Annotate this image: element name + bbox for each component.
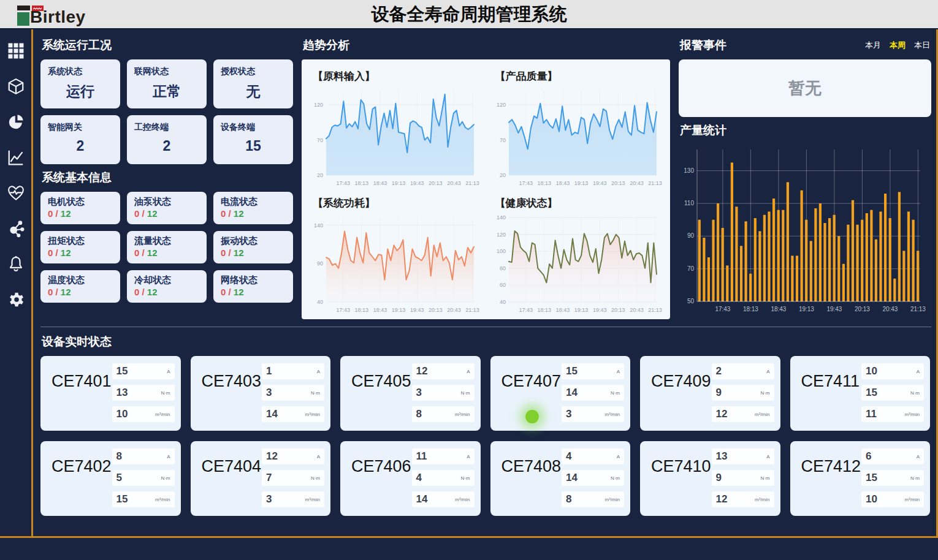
device-metric-value: 7 [266,472,272,484]
devices-title: 设备实时状态 [42,334,931,350]
info-card-count: 0 / 12 [48,208,113,219]
device-metric-row: 6 A [861,448,924,464]
svg-text:18:13: 18:13 [743,306,758,312]
device-metric-value: 10 [866,493,877,505]
device-card[interactable]: CE7401 15 A 13 N·m 10 m³/min [40,356,181,431]
info-card-label: 油泵状态 [134,196,199,208]
alarm-tab[interactable]: 本日 [914,40,930,51]
info-card[interactable]: 网络状态 0 / 12 [213,270,293,303]
info-card-label: 冷却状态 [134,274,199,286]
svg-text:110: 110 [684,200,694,206]
status-card[interactable]: 工控终端 2 [127,115,207,164]
status-card-label: 授权状态 [221,66,286,77]
device-metrics: 13 A 9 N·m 12 m³/min [712,448,774,510]
info-card[interactable]: 冷却状态 0 / 12 [127,270,207,303]
info-card[interactable]: 电机状态 0 / 12 [40,192,120,224]
svg-text:80: 80 [499,265,505,271]
info-card[interactable]: 振动状态 0 / 12 [213,231,293,263]
main-content: 系统运行工况 系统状态 运行联网状态 正常授权状态 无智能网关 2工控终端 2设… [33,29,938,536]
device-metric-unit: m³/min [305,497,320,502]
status-card[interactable]: 系统状态 运行 [40,59,120,108]
svg-text:20:43: 20:43 [630,307,644,313]
device-metric-unit: A [317,454,320,460]
info-card[interactable]: 扭矩状态 0 / 12 [40,231,120,263]
device-card[interactable]: CE7402 8 A 5 N·m 15 m³/min [40,441,181,516]
device-metric-row: 2 A [712,363,774,379]
count-separator: / [53,287,61,297]
device-metric-row: 15 N·m [861,470,924,486]
status-card-label: 工控终端 [134,122,199,133]
device-card[interactable]: CE7409 2 A 9 N·m 12 m³/min [640,356,780,431]
device-metric-unit: m³/min [455,412,470,417]
total-count: 12 [147,287,158,297]
line-chart-icon[interactable] [7,148,25,167]
device-metric-value: 5 [116,472,122,484]
status-card[interactable]: 智能网关 2 [40,115,120,164]
device-metric-row: 10 A [861,363,924,379]
device-metrics: 15 A 14 N·m 3 m³/min [562,363,624,425]
bell-icon[interactable] [7,255,25,273]
total-count: 12 [234,208,244,219]
device-metrics: 4 A 14 N·m 8 m³/min [562,448,624,510]
svg-text:20:43: 20:43 [447,307,461,313]
device-metric-unit: N·m [760,475,769,481]
alarm-tab[interactable]: 本月 [865,40,881,51]
svg-text:60: 60 [499,282,505,288]
device-metric-row: 4 N·m [412,470,475,486]
device-metric-value: 14 [416,493,428,505]
device-card[interactable]: CE7408 4 A 14 N·m 8 m³/min [490,441,631,516]
device-card[interactable]: CE7410 13 A 9 N·m 12 m³/min [640,441,780,516]
svg-text:17:43: 17:43 [519,307,533,313]
device-card[interactable]: CE7405 12 A 3 N·m 8 m³/min [340,356,481,431]
device-metric-row: 15 A [112,363,175,379]
info-card[interactable]: 电流状态 0 / 12 [213,192,293,224]
svg-text:19:13: 19:13 [799,306,814,312]
info-card[interactable]: 流量状态 0 / 12 [127,231,207,263]
device-running-indicator [525,410,539,423]
device-metric-value: 12 [716,408,728,420]
device-card[interactable]: CE7412 6 A 15 N·m 10 m³/min [790,441,931,516]
info-card[interactable]: 温度状态 0 / 12 [40,270,120,303]
svg-text:18:43: 18:43 [373,180,387,186]
device-card[interactable]: CE7411 10 A 15 N·m 11 m³/min [790,356,931,431]
device-metric-unit: N·m [460,475,470,481]
svg-text:17:43: 17:43 [336,307,350,313]
device-metric-value: 3 [566,408,571,420]
cube-icon[interactable] [7,77,25,96]
health-pulse-icon[interactable] [7,184,25,202]
svg-text:40: 40 [499,299,505,305]
device-name: CE7412 [801,457,862,510]
info-card-label: 电流状态 [221,196,286,208]
system-status-cards: 系统状态 运行联网状态 正常授权状态 无智能网关 2工控终端 2设备终端 15 [40,59,293,164]
trend-chart: 【原料输入】120702017:4318:1318:4319:1319:4320… [308,64,482,191]
device-card[interactable]: CE7404 12 A 7 N·m 3 m³/min [191,441,331,516]
molecule-icon[interactable] [7,219,25,238]
gear-icon[interactable] [7,290,25,309]
grid-icon[interactable] [7,42,25,60]
total-count: 12 [234,287,244,297]
device-metric-row: 12 A [412,363,475,379]
status-card[interactable]: 授权状态 无 [213,59,293,108]
svg-text:70: 70 [317,137,323,143]
device-metric-unit: A [917,369,920,374]
device-metric-unit: N·m [311,390,320,396]
device-name: CE7404 [202,457,262,510]
device-name: CE7406 [351,457,412,510]
info-card-label: 扭矩状态 [48,235,113,247]
device-metric-value: 15 [866,387,877,399]
status-card-value: 无 [221,82,286,101]
alarm-range-tabs: 本月本周本日 [865,40,930,51]
device-card[interactable]: CE7406 11 A 4 N·m 14 m³/min [340,441,481,516]
status-card[interactable]: 联网状态 正常 [127,59,207,108]
status-card[interactable]: 设备终端 15 [213,115,293,164]
alarm-tab[interactable]: 本周 [890,40,906,51]
device-metric-value: 15 [866,472,877,484]
device-card[interactable]: CE7407 15 A 14 N·m 3 m³/min [490,356,631,431]
devices-grid: CE7401 15 A 13 N·m 10 m³/minCE7403 1 A 3… [40,356,931,516]
alarm-empty-state: 暂无 [679,59,931,117]
device-metric-value: 12 [266,450,278,463]
device-name: CE7403 [202,372,262,425]
pie-chart-icon[interactable] [7,113,25,131]
device-card[interactable]: CE7403 1 A 3 N·m 14 m³/min [191,356,331,431]
info-card[interactable]: 油泵状态 0 / 12 [127,192,207,224]
